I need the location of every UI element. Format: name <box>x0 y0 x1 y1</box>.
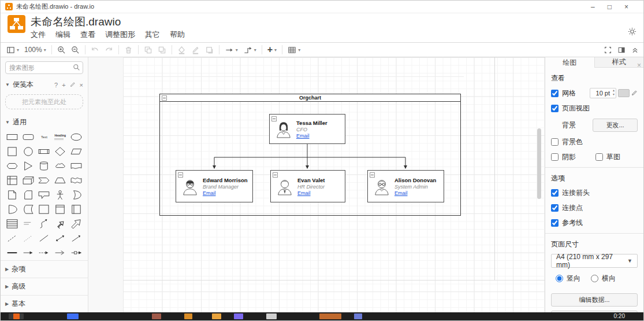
menu-extras[interactable]: 其它 <box>145 29 160 40</box>
shape-list-item[interactable] <box>20 217 36 230</box>
connection-style-dropdown[interactable]: ▾ <box>225 46 238 54</box>
tab-diagram[interactable]: 绘图 <box>545 57 595 68</box>
collapse-icon[interactable] <box>271 116 277 121</box>
taskbar-app-icon[interactable] <box>266 313 277 319</box>
page-view-checkbox[interactable] <box>551 105 559 112</box>
menu-help[interactable]: 帮助 <box>170 29 185 40</box>
background-color-checkbox[interactable] <box>551 138 559 146</box>
search-shapes-input[interactable] <box>5 61 83 74</box>
shape-actor[interactable] <box>52 189 68 201</box>
shadow-button[interactable] <box>205 46 214 54</box>
scratchpad-dropzone[interactable]: 把元素拖至此处 <box>5 94 83 109</box>
shape-and[interactable] <box>4 203 20 216</box>
zoom-in-button[interactable] <box>57 46 66 54</box>
shape-cylinder[interactable] <box>36 160 53 172</box>
shape-dotted-line[interactable] <box>20 232 36 245</box>
person-card-tessa-miller[interactable]: Tessa Miller CFO Email <box>269 114 345 144</box>
taskbar-app-icon[interactable] <box>234 313 243 319</box>
shape-document[interactable] <box>68 160 84 172</box>
taskbar-app-icon[interactable] <box>184 313 192 319</box>
edit-data-button[interactable]: 编辑数据... <box>551 293 638 307</box>
shape-note[interactable] <box>4 189 20 201</box>
shape-heading[interactable]: Heading <box>52 131 68 143</box>
shape-step[interactable] <box>36 174 53 187</box>
tab-style[interactable]: 样式 <box>595 57 644 67</box>
menu-view[interactable]: 查看 <box>80 29 95 40</box>
close-button[interactable]: × <box>624 3 628 11</box>
zoom-level-dropdown[interactable]: 100%▾ <box>24 46 46 54</box>
windows-taskbar[interactable]: 0:20 <box>1 312 643 320</box>
shape-curve[interactable] <box>36 217 53 230</box>
shape-tape[interactable] <box>68 174 84 187</box>
collapse-icon[interactable] <box>273 172 278 178</box>
person-email-link[interactable]: Email <box>296 133 327 139</box>
collapse-icon[interactable] <box>162 95 167 101</box>
shape-triangle[interactable] <box>20 160 36 172</box>
shape-directional-connector[interactable] <box>68 232 84 245</box>
shape-data-storage[interactable] <box>20 203 36 216</box>
person-card-evan-valet[interactable]: Evan Valet HR Director Email <box>270 170 345 202</box>
grid-color-edit-icon[interactable] <box>631 90 638 97</box>
vertical-scrollbar[interactable] <box>537 128 541 199</box>
shape-vertical-container[interactable] <box>52 203 68 216</box>
shape-process[interactable] <box>36 145 53 158</box>
general-section-header[interactable]: ▼ 通用 <box>1 114 88 130</box>
delete-button[interactable] <box>124 46 133 54</box>
guides-checkbox[interactable] <box>551 219 559 227</box>
shape-annotated-edge[interactable] <box>68 246 84 259</box>
shape-diamond[interactable] <box>52 145 68 158</box>
shape-thin-arrow-edge[interactable] <box>52 246 68 259</box>
shape-table[interactable] <box>4 217 20 230</box>
shape-cloud[interactable] <box>52 160 68 172</box>
person-card-alison-donovan[interactable]: Alison Donovan System Admin Email <box>367 170 444 202</box>
scratchpad-section-header[interactable]: ▼ 便笺本 ? + × <box>1 76 88 92</box>
taskbar-browser-icon[interactable] <box>67 313 79 319</box>
shape-internal-storage[interactable] <box>4 174 20 187</box>
minimize-button[interactable]: – <box>591 3 595 11</box>
undo-button[interactable] <box>91 46 99 54</box>
maximize-button[interactable]: □ <box>608 3 612 11</box>
to-back-button[interactable] <box>158 46 166 54</box>
portrait-radio[interactable] <box>556 275 563 282</box>
landscape-radio[interactable] <box>591 275 598 282</box>
grid-size-input[interactable]: 10 pt ▲▼ <box>590 88 616 98</box>
person-email-link[interactable]: Email <box>297 190 325 196</box>
taskbar-folder-icon[interactable] <box>212 313 221 319</box>
drawing-canvas[interactable]: Orgchart <box>88 57 545 312</box>
shape-rounded-rectangle[interactable] <box>20 131 36 143</box>
shape-dashed-line[interactable] <box>4 232 20 245</box>
shape-or[interactable] <box>68 189 84 201</box>
taskbar-drawio-icon[interactable] <box>13 313 20 319</box>
waypoint-style-dropdown[interactable]: ▾ <box>243 46 256 54</box>
taskbar-active-app[interactable] <box>319 313 341 319</box>
connection-points-checkbox[interactable] <box>551 204 559 212</box>
spinner-arrows-icon[interactable]: ▲▼ <box>612 88 615 97</box>
shape-arrow-edge[interactable] <box>20 246 36 259</box>
shape-bidirectional-arrow[interactable] <box>52 217 68 230</box>
sidebar-section-advanced[interactable]: ▶ 高级 <box>1 278 88 295</box>
shape-dashed-arrow-edge[interactable] <box>36 246 53 259</box>
taskbar-app-icon[interactable] <box>354 313 362 319</box>
scratchpad-add-icon[interactable]: + <box>62 82 65 88</box>
line-color-button[interactable] <box>191 46 200 54</box>
to-front-button[interactable] <box>144 46 152 54</box>
shape-bidirectional-connector[interactable] <box>52 232 68 245</box>
taskbar-app-icon[interactable] <box>152 313 161 319</box>
redo-button[interactable] <box>105 46 113 54</box>
shape-callout[interactable] <box>36 189 53 201</box>
person-card-edward-morrison[interactable]: Edward Morrison Brand Manager Email <box>176 170 253 202</box>
collapse-toolbar-button[interactable] <box>631 46 639 54</box>
shape-parallelogram[interactable] <box>68 145 84 158</box>
scratchpad-help-icon[interactable]: ? <box>54 82 58 88</box>
sidebar-section-misc[interactable]: ▶ 杂项 <box>1 260 88 278</box>
menu-arrange[interactable]: 调整图形 <box>105 29 135 40</box>
theme-brightness-icon[interactable] <box>628 27 636 38</box>
shape-arrow[interactable] <box>68 217 84 230</box>
sidebar-section-basic[interactable]: ▶ 基本 <box>1 295 88 312</box>
shape-line[interactable] <box>36 232 53 245</box>
shape-cube[interactable] <box>20 174 36 187</box>
shape-container[interactable] <box>36 203 53 216</box>
fullscreen-button[interactable] <box>604 46 612 54</box>
connection-arrows-checkbox[interactable] <box>551 189 559 197</box>
scratchpad-edit-icon[interactable] <box>70 82 76 88</box>
